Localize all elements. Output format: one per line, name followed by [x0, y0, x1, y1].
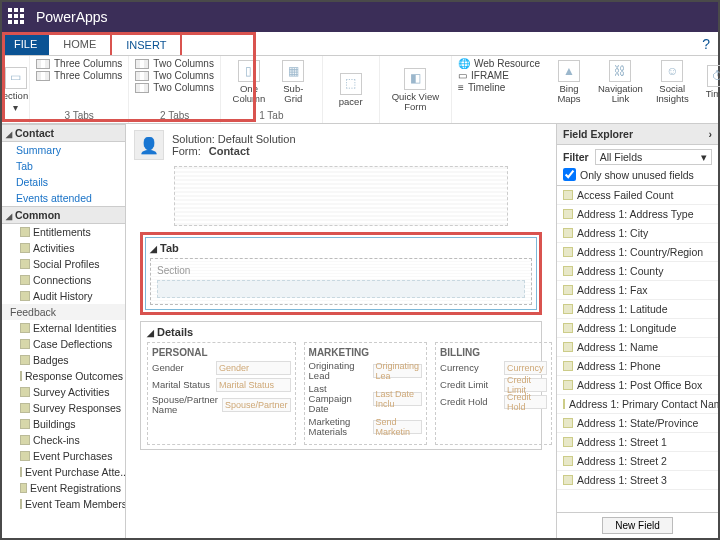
field-list-item[interactable]: Address 1: Country/Region [557, 243, 718, 262]
filter-select[interactable]: All Fields▾ [595, 149, 712, 165]
nav-item[interactable]: Connections [2, 272, 125, 288]
new-field-button[interactable]: New Field [602, 517, 672, 534]
field-input[interactable]: Credit Limit [504, 378, 547, 392]
ribbon-spacer[interactable]: ⬚pacer [329, 71, 373, 109]
ribbon-timer[interactable]: ⏱Timer [696, 58, 720, 106]
ribbon-two-cols-c[interactable]: Two Columns [135, 82, 214, 93]
field-list-item[interactable]: Address 1: Primary Contact Name [557, 395, 718, 414]
field-icon [563, 418, 573, 428]
field-input[interactable]: Send Marketin [373, 420, 423, 434]
list-icon [20, 275, 30, 285]
ribbon-timeline[interactable]: ≡ Timeline [458, 82, 540, 93]
nav-item[interactable]: Event Team Members [2, 496, 125, 512]
nav-item[interactable]: Audit History [2, 288, 125, 304]
field-input[interactable]: Credit Hold [504, 395, 547, 409]
nav-item[interactable]: Summary [2, 142, 125, 158]
canvas-placeholder[interactable] [174, 166, 508, 226]
section-field-placeholder[interactable] [157, 280, 525, 298]
nav-item[interactable]: Activities [2, 240, 125, 256]
ribbon-web-resource[interactable]: 🌐 Web Resource [458, 58, 540, 69]
field-list-item[interactable]: Address 1: Longitude [557, 319, 718, 338]
tab-container[interactable]: ◢ Tab Section [145, 237, 537, 310]
app-launcher-icon[interactable] [8, 8, 26, 26]
field-list-item[interactable]: Address 1: Name [557, 338, 718, 357]
ribbon-quick-view[interactable]: ◧Quick View Form [386, 66, 445, 114]
field-list-item[interactable]: Address 1: Street 2 [557, 452, 718, 471]
column-header: MARKETING [309, 347, 423, 358]
ribbon-two-cols-b[interactable]: Two Columns [135, 70, 214, 81]
nav-item[interactable]: Case Deflections [2, 336, 125, 352]
nav-item[interactable]: Survey Activities [2, 384, 125, 400]
field-explorer: Field Explorer› Filter All Fields▾ Only … [556, 124, 718, 538]
app-title: PowerApps [36, 9, 108, 25]
nav-item[interactable]: External Identities [2, 320, 125, 336]
ribbon-three-cols-b[interactable]: Three Columns [36, 70, 122, 81]
nav-item[interactable]: Badges [2, 352, 125, 368]
field-list-item[interactable]: Address 1: State/Province [557, 414, 718, 433]
ribbon-three-cols-a[interactable]: Three Columns [36, 58, 122, 69]
field-label: Credit Limit [440, 380, 500, 390]
section-container[interactable]: Section [150, 258, 532, 305]
help-icon[interactable]: ? [702, 36, 710, 52]
field-list-item[interactable]: Address 1: Post Office Box [557, 376, 718, 395]
field-input[interactable]: Marital Status [216, 378, 291, 392]
form-name: Contact [209, 145, 250, 157]
tab-insert[interactable]: INSERT [110, 32, 182, 55]
ribbon-bing-maps[interactable]: ▲Bing Maps [547, 58, 591, 106]
field-input[interactable]: Spouse/Partner [222, 398, 291, 412]
field-list-item[interactable]: Access Failed Count [557, 186, 718, 205]
nav-item[interactable]: Social Profiles [2, 256, 125, 272]
nav-feedback[interactable]: Feedback [2, 304, 125, 320]
ribbon-one-column[interactable]: ▯One Column [227, 58, 271, 106]
field-icon [563, 323, 573, 333]
details-tab[interactable]: ◢ Details PERSONALGenderGenderMarital St… [140, 321, 542, 450]
field-icon [563, 228, 573, 238]
highlighted-tab-panel: ◢ Tab Section [140, 232, 542, 315]
field-list-item[interactable]: Address 1: Street 3 [557, 471, 718, 490]
ribbon-iframe[interactable]: ▭ IFRAME [458, 70, 540, 81]
details-column[interactable]: PERSONALGenderGenderMarital StatusMarita… [147, 342, 296, 445]
details-column[interactable]: BILLINGCurrencyCurrencyCredit LimitCredi… [435, 342, 552, 445]
ribbon-navigation-link[interactable]: ⛓Navigation Link [592, 58, 649, 106]
nav-item[interactable]: Entitlements [2, 224, 125, 240]
nav-item[interactable]: Tab [2, 158, 125, 174]
nav-item[interactable]: Event Purchases [2, 448, 125, 464]
field-list-item[interactable]: Address 1: Street 1 [557, 433, 718, 452]
ribbon: ▭ection▾ Three Columns Three Columns 3 T… [2, 56, 718, 124]
ribbon-sub-grid[interactable]: ▦Sub-Grid [271, 58, 316, 106]
ribbon-tabs: FILE HOME INSERT ? [2, 32, 718, 56]
tab-file[interactable]: FILE [2, 32, 49, 55]
nav-item[interactable]: Check-ins [2, 432, 125, 448]
field-input[interactable]: Originating Lea [373, 364, 423, 378]
field-list-item[interactable]: Address 1: Latitude [557, 300, 718, 319]
field-icon [563, 285, 573, 295]
unused-fields-checkbox[interactable] [563, 168, 576, 181]
field-list-item[interactable]: Address 1: Address Type [557, 205, 718, 224]
nav-item[interactable]: Survey Responses [2, 400, 125, 416]
ribbon-social-insights[interactable]: ☺Social Insights [650, 58, 695, 106]
field-list-item[interactable]: Address 1: City [557, 224, 718, 243]
nav-item[interactable]: Details [2, 174, 125, 190]
nav-item[interactable]: Buildings [2, 416, 125, 432]
field-explorer-title: Field Explorer [563, 128, 633, 140]
nav-section-contact[interactable]: Contact [2, 124, 125, 142]
field-input[interactable]: Currency [504, 361, 547, 375]
field-list-item[interactable]: Address 1: County [557, 262, 718, 281]
field-list-item[interactable]: Address 1: Fax [557, 281, 718, 300]
tab-home[interactable]: HOME [49, 32, 110, 55]
form-label: Form: [172, 145, 201, 157]
field-list-item[interactable]: Address 1: Phone [557, 357, 718, 376]
list-icon [20, 419, 30, 429]
nav-item[interactable]: Event Registrations [2, 480, 125, 496]
nav-item[interactable]: Event Purchase Atte... [2, 464, 125, 480]
column-header: BILLING [440, 347, 547, 358]
field-input[interactable]: Last Date Inclu [373, 392, 423, 406]
nav-item[interactable]: Response Outcomes [2, 368, 125, 384]
ribbon-two-cols-a[interactable]: Two Columns [135, 58, 214, 69]
form-canvas: 👤 Solution: Default Solution Form:Contac… [126, 124, 556, 538]
nav-section-common[interactable]: Common [2, 206, 125, 224]
nav-item[interactable]: Events attended [2, 190, 125, 206]
details-column[interactable]: MARKETINGOriginating LeadOriginating Lea… [304, 342, 428, 445]
chevron-right-icon[interactable]: › [709, 128, 713, 140]
field-input[interactable]: Gender [216, 361, 291, 375]
